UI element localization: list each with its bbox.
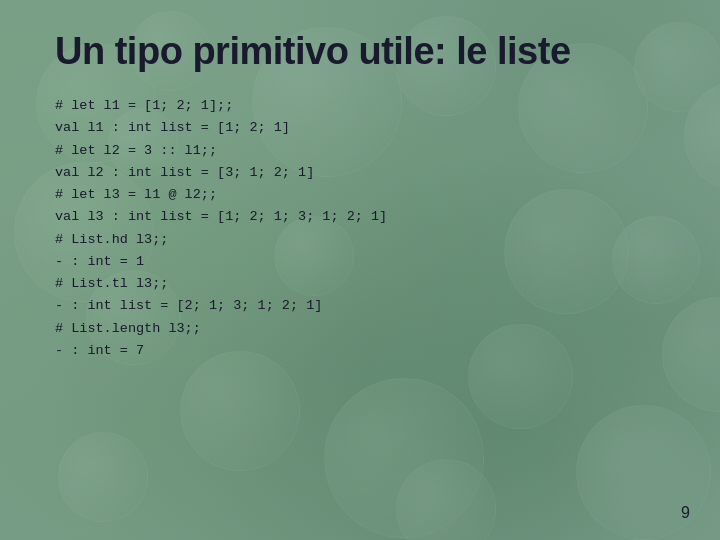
- slide-content: Un tipo primitivo utile: le liste # let …: [0, 0, 720, 540]
- slide-title: Un tipo primitivo utile: le liste: [55, 30, 665, 73]
- code-line: val l1 : int list = [1; 2; 1]: [55, 117, 665, 139]
- code-line: # let l1 = [1; 2; 1];;: [55, 95, 665, 117]
- code-line: # let l3 = l1 @ l2;;: [55, 184, 665, 206]
- code-line: # List.tl l3;;: [55, 273, 665, 295]
- code-line: - : int = 7: [55, 340, 665, 362]
- code-line: - : int list = [2; 1; 3; 1; 2; 1]: [55, 295, 665, 317]
- code-line: # List.hd l3;;: [55, 229, 665, 251]
- code-line: val l3 : int list = [1; 2; 1; 3; 1; 2; 1…: [55, 206, 665, 228]
- code-line: # List.length l3;;: [55, 318, 665, 340]
- code-line: - : int = 1: [55, 251, 665, 273]
- code-line: # let l2 = 3 :: l1;;: [55, 140, 665, 162]
- code-line: val l2 : int list = [3; 1; 2; 1]: [55, 162, 665, 184]
- page-number: 9: [681, 504, 690, 522]
- code-block: # let l1 = [1; 2; 1];;val l1 : int list …: [55, 95, 665, 362]
